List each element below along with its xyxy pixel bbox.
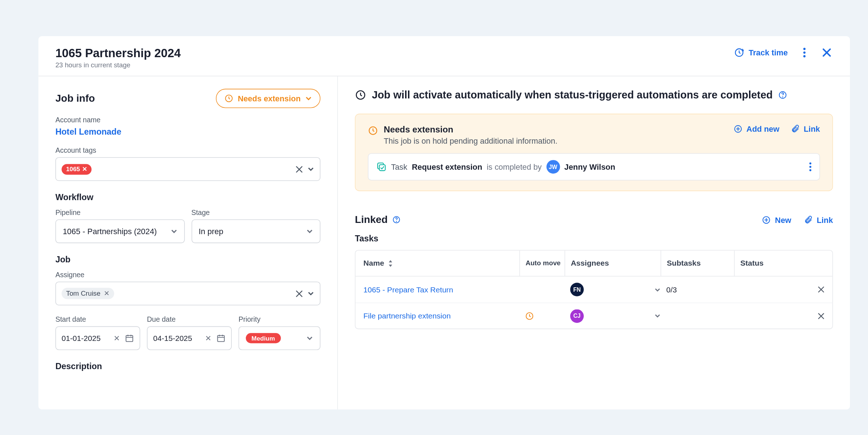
chevron-down-icon[interactable] <box>307 166 314 173</box>
more-menu-button[interactable] <box>798 46 810 59</box>
account-tags-input[interactable]: 1065 ✕ <box>55 157 320 181</box>
due-date-input[interactable]: 04-15-2025 ✕ <box>147 326 231 350</box>
tag-text: 1065 <box>66 166 80 173</box>
table-header: Name Auto move Assignees Subtasks Status <box>356 250 833 276</box>
col-status[interactable]: Status <box>734 250 825 276</box>
track-time-button[interactable]: Track time <box>734 47 788 58</box>
close-icon[interactable] <box>818 312 825 319</box>
user-avatar: JW <box>546 160 560 174</box>
link-button[interactable]: Link <box>804 215 833 224</box>
tag-chip: 1065 ✕ <box>61 164 92 174</box>
task-name-link[interactable]: File partnership extension <box>363 312 519 320</box>
col-automove[interactable]: Auto move <box>519 250 565 276</box>
col-name[interactable]: Name <box>363 250 519 276</box>
alert-box: Needs extension This job is on hold pend… <box>355 114 833 191</box>
pipeline-label: Pipeline <box>55 209 184 217</box>
left-panel: Job info Needs extension Account name Ho… <box>38 76 338 409</box>
svg-point-2 <box>803 51 805 54</box>
chevron-down-icon <box>305 95 312 102</box>
svg-rect-27 <box>379 165 385 170</box>
new-label: New <box>775 215 791 224</box>
add-new-button[interactable]: Add new <box>733 124 779 134</box>
help-icon[interactable] <box>392 215 400 224</box>
svg-rect-15 <box>218 335 225 342</box>
automation-banner-text: Job will activate automatically when sta… <box>372 89 773 101</box>
tasks-table: Name Auto move Assignees Subtasks Status… <box>355 250 833 329</box>
clear-date-icon[interactable]: ✕ <box>205 334 212 343</box>
tasks-heading: Tasks <box>355 233 833 243</box>
task-menu-icon[interactable] <box>809 162 812 171</box>
svg-rect-11 <box>126 335 133 342</box>
calendar-icon[interactable] <box>216 334 225 343</box>
alert-title: Needs extension <box>384 124 728 135</box>
remove-tag-icon[interactable]: ✕ <box>82 165 87 173</box>
svg-point-30 <box>809 169 812 172</box>
linked-heading: Linked <box>355 214 388 226</box>
clear-icon[interactable] <box>295 290 303 297</box>
description-heading: Description <box>55 361 320 371</box>
table-row[interactable]: File partnership extensionCJ <box>356 303 833 329</box>
header: 1065 Partnership 2024 23 hours in curren… <box>38 36 850 76</box>
pipeline-select[interactable]: 1065 - Partnerships (2024) <box>55 219 184 243</box>
assignees-cell[interactable]: FN <box>565 283 661 296</box>
svg-point-1 <box>803 48 805 50</box>
calendar-icon[interactable] <box>125 334 134 343</box>
right-panel: Job will activate automatically when sta… <box>338 76 850 409</box>
clear-date-icon[interactable]: ✕ <box>114 334 120 343</box>
svg-marker-37 <box>389 264 392 266</box>
paperclip-icon <box>804 215 813 224</box>
remove-assignee-icon[interactable]: ✕ <box>104 290 110 297</box>
table-row[interactable]: 1065 - Prepare Tax ReturnFN0/3 <box>356 276 833 303</box>
task-check-icon <box>376 162 387 172</box>
stage-select[interactable]: In prep <box>191 219 320 243</box>
close-icon[interactable] <box>818 286 825 293</box>
priority-value: Medium <box>246 333 281 343</box>
col-subtasks[interactable]: Subtasks <box>661 250 734 276</box>
help-icon[interactable] <box>778 90 787 100</box>
page-title: 1065 Partnership 2024 <box>55 46 181 60</box>
start-date-value: 01-01-2025 <box>61 334 101 342</box>
status-cell <box>734 312 825 319</box>
col-assignees[interactable]: Assignees <box>565 250 661 276</box>
job-card: 1065 Partnership 2024 23 hours in curren… <box>38 36 850 409</box>
due-date-value: 04-15-2025 <box>153 334 192 342</box>
user-name: Jenny Wilson <box>564 162 615 171</box>
svg-point-28 <box>809 162 812 165</box>
task-name: Request extension <box>412 162 482 171</box>
link-label: Link <box>817 215 833 224</box>
stage-duration: 23 hours in current stage <box>55 61 181 69</box>
completed-task-card: Task Request extension is completed by J… <box>368 153 820 180</box>
link-button[interactable]: Link <box>791 124 820 134</box>
start-date-input[interactable]: 01-01-2025 ✕ <box>55 326 140 350</box>
status-dropdown[interactable]: Needs extension <box>216 89 320 108</box>
account-name-label: Account name <box>55 116 320 124</box>
paperclip-icon <box>791 124 800 134</box>
status-label: Needs extension <box>238 94 301 103</box>
stage-value: In prep <box>199 227 223 236</box>
sort-icon <box>388 260 393 267</box>
priority-select[interactable]: Medium <box>238 326 320 350</box>
account-name-link[interactable]: Hotel Lemonade <box>55 127 320 136</box>
close-button[interactable] <box>821 46 833 59</box>
link-label: Link <box>804 124 820 134</box>
stage-label: Stage <box>191 209 320 217</box>
assignees-cell[interactable]: CJ <box>565 309 661 323</box>
chevron-down-icon <box>654 286 660 292</box>
alert-description: This job is on hold pending additional i… <box>384 136 728 145</box>
new-button[interactable]: New <box>762 215 791 224</box>
clock-icon <box>355 89 366 101</box>
chevron-down-icon <box>306 335 313 342</box>
clear-icon[interactable] <box>295 165 303 173</box>
chevron-down-icon <box>170 228 177 235</box>
svg-point-32 <box>396 221 397 221</box>
task-completed-text: is completed by <box>487 162 542 171</box>
job-info-heading: Job info <box>55 92 95 104</box>
task-name-link[interactable]: 1065 - Prepare Tax Return <box>363 285 519 293</box>
chevron-down-icon[interactable] <box>307 290 314 297</box>
assignee-name: Tom Cruise <box>66 290 101 297</box>
svg-point-3 <box>803 55 805 57</box>
assignee-input[interactable]: Tom Cruise ✕ <box>55 282 320 305</box>
automove-cell <box>519 311 565 320</box>
status-cell <box>734 286 825 293</box>
assignee-avatar: CJ <box>570 309 584 323</box>
